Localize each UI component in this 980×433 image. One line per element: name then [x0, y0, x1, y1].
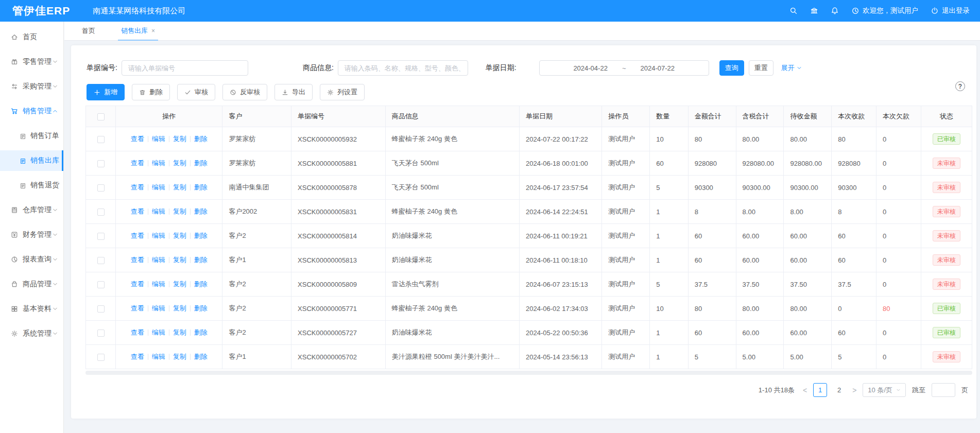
- row-checkbox[interactable]: [97, 354, 105, 361]
- action-copy-link[interactable]: 复制: [173, 231, 186, 240]
- sidebar-item-finance[interactable]: 财务管理: [0, 224, 63, 245]
- help-icon[interactable]: ?: [955, 81, 965, 91]
- page-number-button[interactable]: 1: [813, 383, 827, 397]
- tab-home[interactable]: 首页: [82, 22, 95, 40]
- bell-icon[interactable]: [831, 7, 839, 15]
- action-view-link[interactable]: 查看: [131, 134, 144, 144]
- sidebar-item-report[interactable]: 报表查询: [0, 249, 63, 270]
- sidebar-item-basic-data[interactable]: 基本资料: [0, 299, 63, 319]
- action-edit-link[interactable]: 编辑: [152, 159, 165, 168]
- action-delete-link[interactable]: 删除: [194, 134, 208, 144]
- close-icon[interactable]: ×: [151, 27, 155, 34]
- action-view-link[interactable]: 查看: [131, 231, 144, 240]
- action-delete-link[interactable]: 删除: [194, 304, 208, 313]
- sidebar-item-sales-order[interactable]: 销售订单: [0, 126, 63, 146]
- column-header: 单据日期: [520, 106, 602, 127]
- product-info-input[interactable]: [338, 60, 468, 76]
- action-edit-link[interactable]: 编辑: [152, 134, 165, 144]
- horizontal-scrollbar[interactable]: [85, 371, 972, 375]
- row-checkbox[interactable]: [97, 184, 105, 192]
- search-icon[interactable]: [789, 7, 798, 15]
- action-copy-link[interactable]: 复制: [173, 134, 186, 144]
- sidebar-item-home[interactable]: 首页: [0, 27, 63, 47]
- action-edit-link[interactable]: 编辑: [152, 328, 165, 337]
- logout-button[interactable]: 退出登录: [931, 6, 970, 15]
- action-edit-link[interactable]: 编辑: [152, 304, 165, 313]
- action-delete-link[interactable]: 删除: [194, 159, 208, 168]
- action-view-link[interactable]: 查看: [131, 183, 144, 192]
- action-edit-link[interactable]: 编辑: [152, 352, 165, 361]
- action-copy-link[interactable]: 复制: [173, 207, 186, 216]
- next-page-button[interactable]: >: [852, 386, 856, 394]
- row-checkbox[interactable]: [97, 330, 105, 337]
- action-view-link[interactable]: 查看: [131, 280, 144, 289]
- action-edit-link[interactable]: 编辑: [152, 231, 165, 240]
- sidebar-item-sales-return[interactable]: 销售退货: [0, 175, 63, 196]
- row-checkbox[interactable]: [97, 160, 105, 167]
- row-actions: 查看编辑复制删除: [122, 134, 216, 144]
- action-copy-link[interactable]: 复制: [173, 280, 186, 289]
- action-copy-link[interactable]: 复制: [173, 328, 186, 337]
- action-copy-link[interactable]: 复制: [173, 352, 186, 361]
- reset-button[interactable]: 重置: [749, 60, 773, 76]
- action-view-link[interactable]: 查看: [131, 255, 144, 265]
- prev-page-button[interactable]: <: [803, 386, 807, 394]
- delete-button[interactable]: 删除: [132, 84, 170, 100]
- page-number-button[interactable]: 2: [832, 383, 846, 397]
- audit-button[interactable]: 审核: [177, 84, 215, 100]
- action-delete-link[interactable]: 删除: [194, 183, 208, 192]
- action-view-link[interactable]: 查看: [131, 207, 144, 216]
- sidebar-item-retail[interactable]: 零售管理: [0, 51, 63, 72]
- row-checkbox[interactable]: [97, 209, 105, 216]
- bill-no-input[interactable]: [122, 60, 248, 76]
- cell-operator: 测试用户: [602, 321, 650, 345]
- sidebar-item-warehouse[interactable]: 仓库管理: [0, 200, 63, 220]
- divider: [190, 257, 191, 263]
- page-size-select[interactable]: 10 条/页: [863, 383, 906, 397]
- action-delete-link[interactable]: 删除: [194, 352, 208, 361]
- action-copy-link[interactable]: 复制: [173, 304, 186, 313]
- action-copy-link[interactable]: 复制: [173, 255, 186, 265]
- search-button[interactable]: 查询: [719, 60, 744, 76]
- column-header: 操作: [116, 106, 222, 127]
- row-checkbox[interactable]: [97, 281, 105, 288]
- cell-bill_no: XSCK00000005831: [291, 200, 386, 224]
- action-copy-link[interactable]: 复制: [173, 183, 186, 192]
- purchase-icon: [11, 83, 18, 90]
- action-delete-link[interactable]: 删除: [194, 280, 208, 289]
- expand-toggle[interactable]: 展开: [781, 63, 802, 73]
- action-edit-link[interactable]: 编辑: [152, 280, 165, 289]
- column-settings-button[interactable]: 列设置: [320, 84, 365, 100]
- export-button[interactable]: 导出: [274, 84, 313, 100]
- action-delete-link[interactable]: 删除: [194, 231, 208, 240]
- action-view-link[interactable]: 查看: [131, 159, 144, 168]
- action-delete-link[interactable]: 删除: [194, 255, 208, 265]
- action-delete-link[interactable]: 删除: [194, 328, 208, 337]
- bank-icon[interactable]: [810, 7, 818, 15]
- sidebar-item-system[interactable]: 系统管理: [0, 323, 63, 344]
- row-checkbox[interactable]: [97, 136, 105, 143]
- action-view-link[interactable]: 查看: [131, 328, 144, 337]
- jump-page-input[interactable]: [932, 383, 955, 397]
- action-delete-link[interactable]: 删除: [194, 207, 208, 216]
- row-checkbox[interactable]: [97, 233, 105, 240]
- action-edit-link[interactable]: 编辑: [152, 207, 165, 216]
- welcome-text: 欢迎您，测试用户: [863, 6, 918, 15]
- row-checkbox[interactable]: [97, 257, 105, 264]
- date-range-picker[interactable]: 2024-04-22 ~ 2024-07-22: [539, 60, 709, 76]
- select-all-checkbox[interactable]: [97, 113, 105, 120]
- action-copy-link[interactable]: 复制: [173, 159, 186, 168]
- cell-customer: 客户2: [222, 224, 291, 248]
- action-edit-link[interactable]: 编辑: [152, 183, 165, 192]
- tab-sales-outbound[interactable]: 销售出库 ×: [121, 22, 155, 40]
- row-checkbox[interactable]: [97, 305, 105, 313]
- sidebar-item-sales[interactable]: 销售管理: [0, 101, 63, 122]
- sidebar-item-sales-outbound[interactable]: 销售出库: [0, 150, 63, 171]
- sidebar-item-product[interactable]: 商品管理: [0, 274, 63, 295]
- unaudit-button[interactable]: 反审核: [222, 84, 267, 100]
- action-edit-link[interactable]: 编辑: [152, 255, 165, 265]
- sidebar-item-purchase[interactable]: 采购管理: [0, 76, 63, 97]
- add-button[interactable]: 新增: [87, 84, 125, 100]
- action-view-link[interactable]: 查看: [131, 352, 144, 361]
- action-view-link[interactable]: 查看: [131, 304, 144, 313]
